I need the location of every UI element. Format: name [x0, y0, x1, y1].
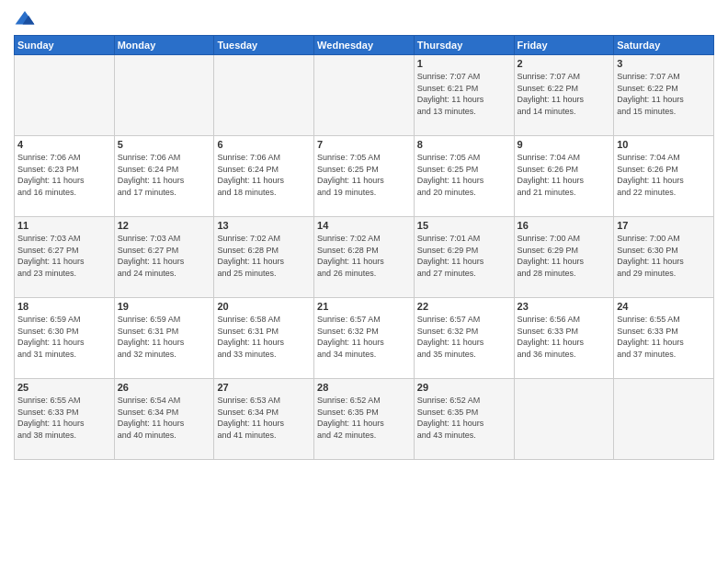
day-header-saturday: Saturday: [614, 36, 714, 55]
day-info: Sunrise: 6:52 AM Sunset: 6:35 PM Dayligh…: [317, 395, 411, 441]
day-number: 18: [17, 301, 111, 312]
logo-icon: [14, 9, 36, 28]
day-info: Sunrise: 6:55 AM Sunset: 6:33 PM Dayligh…: [617, 314, 711, 360]
day-number: 15: [417, 220, 511, 231]
calendar-cell: 4Sunrise: 7:06 AM Sunset: 6:23 PM Daylig…: [15, 136, 115, 217]
day-info: Sunrise: 7:04 AM Sunset: 6:26 PM Dayligh…: [518, 152, 611, 198]
calendar-week-1: 1Sunrise: 7:07 AM Sunset: 6:21 PM Daylig…: [15, 55, 714, 136]
day-info: Sunrise: 7:03 AM Sunset: 6:27 PM Dayligh…: [118, 233, 211, 279]
calendar-week-4: 18Sunrise: 6:59 AM Sunset: 6:30 PM Dayli…: [15, 298, 714, 379]
calendar-cell: 16Sunrise: 7:00 AM Sunset: 6:29 PM Dayli…: [514, 217, 614, 298]
day-number: 28: [317, 382, 411, 393]
calendar-cell: 21Sunrise: 6:57 AM Sunset: 6:32 PM Dayli…: [314, 298, 415, 379]
calendar-cell: 27Sunrise: 6:53 AM Sunset: 6:34 PM Dayli…: [214, 379, 314, 460]
day-number: 20: [217, 301, 311, 312]
day-info: Sunrise: 6:59 AM Sunset: 6:30 PM Dayligh…: [17, 314, 111, 360]
day-number: 21: [317, 301, 411, 312]
day-info: Sunrise: 6:56 AM Sunset: 6:33 PM Dayligh…: [518, 314, 611, 360]
day-info: Sunrise: 7:00 AM Sunset: 6:29 PM Dayligh…: [518, 233, 611, 279]
day-header-sunday: Sunday: [15, 36, 115, 55]
calendar-cell: 2Sunrise: 7:07 AM Sunset: 6:22 PM Daylig…: [514, 55, 614, 136]
day-number: 2: [518, 58, 611, 69]
day-header-monday: Monday: [114, 36, 214, 55]
day-number: 16: [518, 220, 611, 231]
day-number: 11: [17, 220, 111, 231]
calendar-cell: [614, 379, 714, 460]
calendar-cell: 6Sunrise: 7:06 AM Sunset: 6:24 PM Daylig…: [214, 136, 314, 217]
day-info: Sunrise: 6:59 AM Sunset: 6:31 PM Dayligh…: [118, 314, 211, 360]
calendar-cell: 11Sunrise: 7:03 AM Sunset: 6:27 PM Dayli…: [15, 217, 115, 298]
calendar-cell: [15, 55, 115, 136]
calendar-cell: 25Sunrise: 6:55 AM Sunset: 6:33 PM Dayli…: [15, 379, 115, 460]
day-info: Sunrise: 7:07 AM Sunset: 6:21 PM Dayligh…: [417, 71, 511, 117]
calendar-cell: 22Sunrise: 6:57 AM Sunset: 6:32 PM Dayli…: [414, 298, 514, 379]
day-number: 8: [417, 139, 511, 150]
calendar-cell: 26Sunrise: 6:54 AM Sunset: 6:34 PM Dayli…: [114, 379, 214, 460]
day-number: 9: [518, 139, 611, 150]
calendar-cell: 28Sunrise: 6:52 AM Sunset: 6:35 PM Dayli…: [314, 379, 415, 460]
calendar-cell: 9Sunrise: 7:04 AM Sunset: 6:26 PM Daylig…: [514, 136, 614, 217]
calendar-week-5: 25Sunrise: 6:55 AM Sunset: 6:33 PM Dayli…: [15, 379, 714, 460]
page: SundayMondayTuesdayWednesdayThursdayFrid…: [0, 0, 728, 563]
day-number: 4: [17, 139, 111, 150]
day-number: 26: [118, 382, 211, 393]
day-number: 23: [518, 301, 611, 312]
day-info: Sunrise: 6:57 AM Sunset: 6:32 PM Dayligh…: [417, 314, 511, 360]
day-info: Sunrise: 7:06 AM Sunset: 6:24 PM Dayligh…: [118, 152, 211, 198]
header: [14, 9, 714, 28]
day-number: 6: [217, 139, 311, 150]
day-number: 19: [118, 301, 211, 312]
day-header-tuesday: Tuesday: [214, 36, 314, 55]
calendar-cell: 17Sunrise: 7:00 AM Sunset: 6:30 PM Dayli…: [614, 217, 714, 298]
day-info: Sunrise: 7:03 AM Sunset: 6:27 PM Dayligh…: [17, 233, 111, 279]
day-header-wednesday: Wednesday: [314, 36, 415, 55]
day-info: Sunrise: 6:54 AM Sunset: 6:34 PM Dayligh…: [118, 395, 211, 441]
day-info: Sunrise: 7:04 AM Sunset: 6:26 PM Dayligh…: [617, 152, 711, 198]
day-number: 25: [17, 382, 111, 393]
calendar-cell: 23Sunrise: 6:56 AM Sunset: 6:33 PM Dayli…: [514, 298, 614, 379]
day-number: 12: [118, 220, 211, 231]
calendar-cell: [114, 55, 214, 136]
header-row: SundayMondayTuesdayWednesdayThursdayFrid…: [15, 36, 714, 55]
calendar-week-3: 11Sunrise: 7:03 AM Sunset: 6:27 PM Dayli…: [15, 217, 714, 298]
day-number: 14: [317, 220, 411, 231]
day-number: 13: [217, 220, 311, 231]
logo: [14, 9, 40, 28]
calendar-cell: 20Sunrise: 6:58 AM Sunset: 6:31 PM Dayli…: [214, 298, 314, 379]
day-number: 1: [417, 58, 511, 69]
day-number: 7: [317, 139, 411, 150]
calendar-cell: 19Sunrise: 6:59 AM Sunset: 6:31 PM Dayli…: [114, 298, 214, 379]
day-info: Sunrise: 7:02 AM Sunset: 6:28 PM Dayligh…: [317, 233, 411, 279]
calendar-cell: 5Sunrise: 7:06 AM Sunset: 6:24 PM Daylig…: [114, 136, 214, 217]
day-number: 24: [617, 301, 711, 312]
calendar-cell: 8Sunrise: 7:05 AM Sunset: 6:25 PM Daylig…: [414, 136, 514, 217]
calendar-cell: [214, 55, 314, 136]
calendar-cell: 14Sunrise: 7:02 AM Sunset: 6:28 PM Dayli…: [314, 217, 415, 298]
day-number: 5: [118, 139, 211, 150]
day-info: Sunrise: 7:00 AM Sunset: 6:30 PM Dayligh…: [617, 233, 711, 279]
day-number: 17: [617, 220, 711, 231]
calendar-cell: 3Sunrise: 7:07 AM Sunset: 6:22 PM Daylig…: [614, 55, 714, 136]
day-number: 10: [617, 139, 711, 150]
day-info: Sunrise: 7:07 AM Sunset: 6:22 PM Dayligh…: [617, 71, 711, 117]
day-info: Sunrise: 6:53 AM Sunset: 6:34 PM Dayligh…: [217, 395, 311, 441]
day-number: 22: [417, 301, 511, 312]
day-info: Sunrise: 7:05 AM Sunset: 6:25 PM Dayligh…: [417, 152, 511, 198]
day-number: 29: [417, 382, 511, 393]
calendar-cell: 24Sunrise: 6:55 AM Sunset: 6:33 PM Dayli…: [614, 298, 714, 379]
day-info: Sunrise: 7:06 AM Sunset: 6:23 PM Dayligh…: [17, 152, 111, 198]
day-number: 27: [217, 382, 311, 393]
day-info: Sunrise: 7:02 AM Sunset: 6:28 PM Dayligh…: [217, 233, 311, 279]
day-info: Sunrise: 7:01 AM Sunset: 6:29 PM Dayligh…: [417, 233, 511, 279]
day-info: Sunrise: 7:06 AM Sunset: 6:24 PM Dayligh…: [217, 152, 311, 198]
day-info: Sunrise: 6:58 AM Sunset: 6:31 PM Dayligh…: [217, 314, 311, 360]
calendar-cell: [514, 379, 614, 460]
day-header-friday: Friday: [514, 36, 614, 55]
calendar-cell: 1Sunrise: 7:07 AM Sunset: 6:21 PM Daylig…: [414, 55, 514, 136]
calendar-cell: 13Sunrise: 7:02 AM Sunset: 6:28 PM Dayli…: [214, 217, 314, 298]
calendar-cell: 15Sunrise: 7:01 AM Sunset: 6:29 PM Dayli…: [414, 217, 514, 298]
calendar-table: SundayMondayTuesdayWednesdayThursdayFrid…: [14, 35, 714, 460]
day-info: Sunrise: 7:07 AM Sunset: 6:22 PM Dayligh…: [518, 71, 611, 117]
calendar-cell: 12Sunrise: 7:03 AM Sunset: 6:27 PM Dayli…: [114, 217, 214, 298]
day-info: Sunrise: 6:55 AM Sunset: 6:33 PM Dayligh…: [17, 395, 111, 441]
